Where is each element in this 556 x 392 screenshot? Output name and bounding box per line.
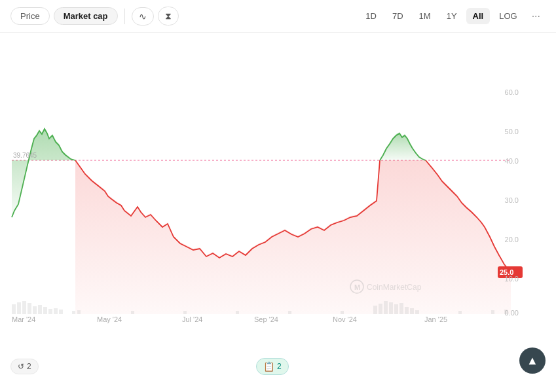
- svg-rect-9: [54, 308, 58, 314]
- toolbar-left: Price Market cap ∿ ⧗: [10, 7, 179, 26]
- x-label-may: May '24: [97, 315, 122, 323]
- scroll-top-btn[interactable]: ▲: [519, 347, 546, 374]
- candle-icon: ⧗: [165, 10, 172, 22]
- left-badge[interactable]: ↺ 2: [10, 359, 39, 374]
- x-label-nov: Nov '24: [333, 315, 357, 323]
- x-label-jan: Jan '25: [424, 315, 447, 323]
- candle-chart-btn[interactable]: ⧗: [158, 7, 179, 26]
- y-label-10: 10.0: [505, 275, 519, 283]
- time-1y-btn[interactable]: 1Y: [440, 8, 464, 24]
- svg-rect-13: [131, 311, 134, 314]
- line-chart-btn[interactable]: ∿: [132, 7, 154, 26]
- svg-rect-7: [43, 307, 47, 314]
- x-label-jul: Jul '24: [182, 315, 202, 323]
- svg-rect-11: [72, 311, 75, 314]
- svg-rect-23: [399, 303, 403, 314]
- svg-rect-2: [17, 302, 21, 314]
- scroll-top-icon: ▲: [527, 354, 538, 368]
- main-chart: 39.7645 25.0 60.0 50.0 40.0 30.0 20.0 10…: [0, 33, 524, 324]
- left-badge-count: 2: [27, 362, 31, 371]
- svg-rect-8: [48, 309, 52, 314]
- line-icon: ∿: [139, 11, 147, 22]
- svg-rect-1: [12, 304, 16, 314]
- svg-rect-15: [236, 311, 239, 314]
- svg-rect-27: [458, 311, 462, 314]
- more-btn[interactable]: ···: [527, 7, 546, 26]
- toolbar: Price Market cap ∿ ⧗ 1D 7D 1M 1Y All LOG…: [0, 0, 556, 33]
- y-label-50: 50.0: [505, 128, 519, 135]
- time-1d-btn[interactable]: 1D: [359, 8, 383, 24]
- doc-icon: 📋: [263, 361, 274, 372]
- refresh-icon: ↺: [18, 362, 24, 371]
- time-all-btn[interactable]: All: [466, 8, 491, 24]
- y-label-20: 20.0: [505, 236, 519, 243]
- svg-rect-16: [288, 311, 291, 314]
- svg-rect-3: [22, 301, 26, 314]
- svg-rect-5: [33, 306, 37, 314]
- svg-rect-14: [183, 311, 187, 314]
- svg-rect-10: [59, 310, 63, 314]
- chart-container: 39.7645 25.0 60.0 50.0 40.0 30.0 20.0 10…: [0, 33, 556, 353]
- y-label-40: 40.0: [505, 157, 519, 165]
- x-label-mar: Mar '24: [12, 315, 35, 323]
- svg-rect-25: [410, 308, 414, 314]
- y-label-30: 30.0: [505, 196, 519, 204]
- svg-rect-29: [504, 310, 508, 314]
- x-label-sep: Sep '24: [254, 315, 278, 323]
- toolbar-right: 1D 7D 1M 1Y All LOG ···: [359, 7, 546, 26]
- svg-rect-20: [384, 301, 388, 314]
- svg-rect-28: [491, 310, 494, 314]
- svg-rect-26: [415, 310, 419, 314]
- svg-rect-18: [373, 306, 377, 314]
- svg-rect-24: [405, 307, 409, 314]
- svg-rect-22: [394, 304, 398, 314]
- svg-rect-21: [389, 302, 393, 314]
- reference-label: 39.7645: [13, 152, 37, 159]
- time-1m-btn[interactable]: 1M: [413, 8, 437, 24]
- svg-rect-12: [77, 310, 81, 314]
- svg-text:CoinMarketCap: CoinMarketCap: [367, 283, 422, 292]
- log-btn[interactable]: LOG: [492, 8, 523, 24]
- svg-rect-4: [28, 303, 31, 314]
- svg-rect-17: [341, 311, 344, 314]
- bottom-bar: ↺ 2 📋 2: [0, 353, 556, 380]
- svg-rect-6: [38, 305, 42, 314]
- market-cap-tab[interactable]: Market cap: [54, 7, 118, 25]
- center-badge-count: 2: [277, 362, 282, 371]
- price-tab[interactable]: Price: [10, 7, 50, 25]
- svg-rect-19: [379, 304, 382, 314]
- time-7d-btn[interactable]: 7D: [386, 8, 410, 24]
- y-label-60: 60.0: [505, 88, 519, 96]
- center-badge[interactable]: 📋 2: [256, 358, 289, 375]
- svg-text:M: M: [354, 283, 360, 291]
